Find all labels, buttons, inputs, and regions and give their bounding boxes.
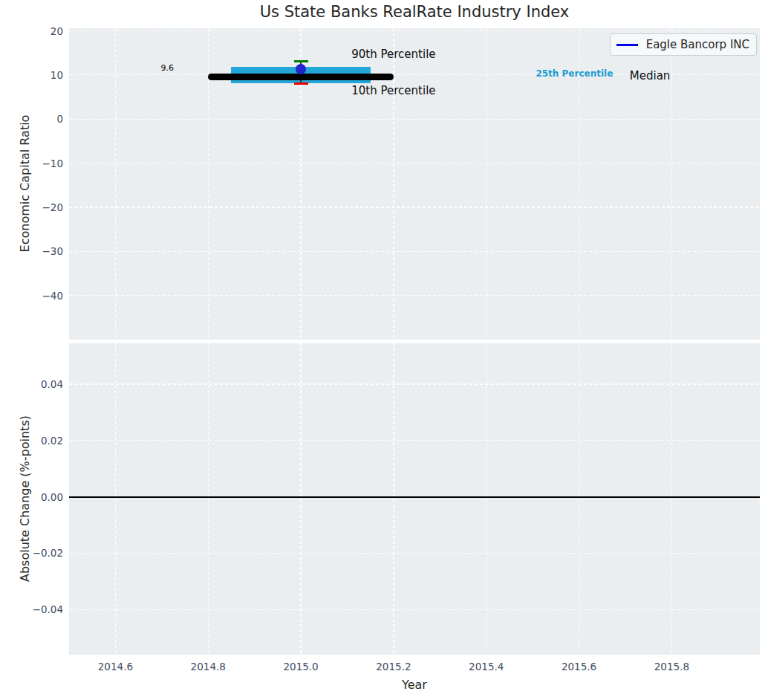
x-tick-label: 2014.8 [182,661,234,673]
x-tick-label: 2015.6 [553,661,605,673]
chart-title: Us State Banks RealRate Industry Index [69,3,760,21]
x-tick-label: 2014.6 [89,661,141,673]
x-axis-label: Year [402,678,427,692]
annotation: Median [630,69,671,82]
y-tick-label: 10 [17,69,63,81]
gridline-horizontal [69,295,760,296]
y-tick-label: 0.00 [17,491,63,503]
x-tick-label: 2015.8 [645,661,697,673]
bottom-axes-absolute-change [69,343,760,655]
gridline-horizontal [69,163,760,163]
y-tick-label: −0.02 [17,547,63,559]
figure: Us State Banks RealRate Industry Index E… [0,0,768,700]
gridline-horizontal [69,251,760,252]
y-tick-label: −20 [17,201,63,213]
x-tick-label: 2015.0 [275,661,327,673]
legend: Eagle Bancorp INC [610,33,757,56]
y-tick-label: 0.02 [17,435,63,447]
annotation: 10th Percentile [351,85,435,97]
y-tick-label: 0 [17,113,63,125]
legend-label: Eagle Bancorp INC [646,38,749,51]
annotation: 25th Percentile [536,70,613,80]
median-line [208,74,394,80]
gridline-horizontal [69,383,760,384]
gridline-vertical [208,343,209,655]
gridline-horizontal [69,119,760,120]
zero-baseline [69,496,760,498]
p10-whisker-cap [294,82,308,85]
p90-whisker-cap [294,60,308,62]
y-tick-label: −40 [17,290,63,302]
gridline-horizontal [69,30,760,31]
gridline-horizontal [69,553,760,554]
y-tick-label: −10 [17,158,63,169]
x-tick-label: 2015.4 [461,661,512,673]
legend-line-swatch [616,44,638,46]
y-tick-label: −30 [17,245,63,257]
annotation: 9.6 [161,64,175,73]
gridline-horizontal [69,440,760,441]
gridline-horizontal [69,207,760,207]
gridline-vertical [486,343,486,655]
y-tick-label: 20 [17,25,63,37]
gridline-vertical [579,343,579,655]
gridline-vertical [300,343,301,655]
annotation: 90th Percentile [351,48,435,61]
y-tick-label: 0.04 [17,378,63,390]
top-axes-economic-capital-ratio: Eagle Bancorp INC 9.690th Percentile10th… [69,28,760,340]
gridline-vertical [115,343,116,655]
x-tick-label: 2015.2 [368,661,420,673]
gridline-horizontal [69,609,760,610]
y-tick-label: −0.04 [17,603,63,615]
gridline-vertical [393,343,394,655]
gridline-vertical [671,343,672,655]
y-axis-label-top: Economic Capital Ratio [18,115,32,253]
